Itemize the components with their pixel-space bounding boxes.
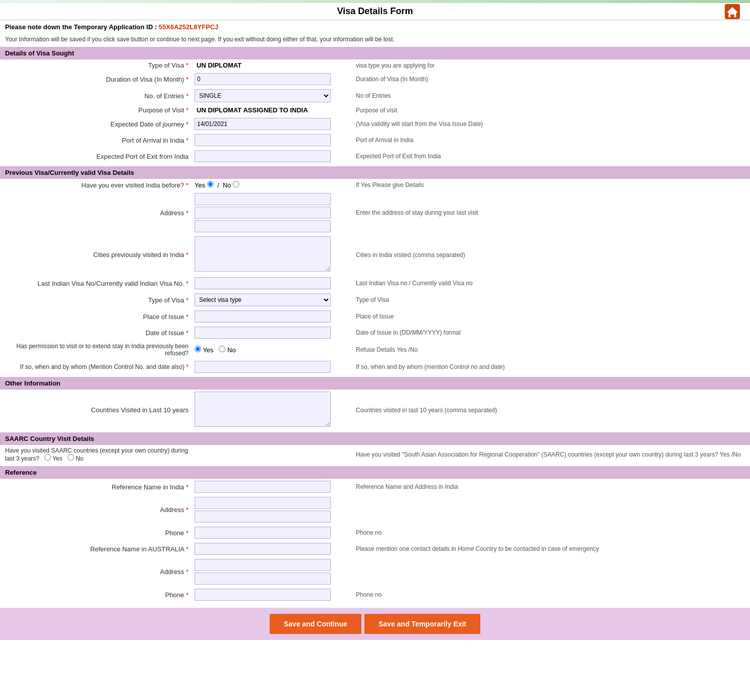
countries-visited-hint: Countries visited in last 10 years (comm…: [353, 390, 750, 430]
table-row: Address *: [0, 495, 750, 525]
expected-date-label: Expected Date of journey *: [0, 116, 192, 132]
table-row: Date of Issue * Date of Issue in (DD/MM/…: [0, 325, 750, 341]
table-row: Last Indian Visa No/Currently valid Indi…: [0, 275, 750, 291]
ref-phone-india-hint: Phone no: [353, 525, 750, 541]
countries-visited-label: Countries Visited in Last 10 years: [0, 390, 192, 430]
required-star: *: [186, 137, 189, 144]
ref-address-australia-hint: [353, 557, 750, 587]
address-input-3[interactable]: [195, 220, 331, 232]
table-row: Reference Name in India * Reference Name…: [0, 479, 750, 495]
visited-hint: If Yes Please give Details: [353, 179, 750, 191]
expected-date-hint: (Visa validity will start from the Visa …: [353, 116, 750, 132]
table-row: Port of Arrival in India * Port of Arriv…: [0, 132, 750, 148]
table-row: Countries Visited in Last 10 years Count…: [0, 390, 750, 430]
date-of-issue-hint: Date of Issue in (DD/MM/YYYY) format: [353, 325, 750, 341]
prev-type-of-visa-select[interactable]: Select visa type TOURIST BUSINESS EMPLOY…: [195, 293, 331, 306]
ref-name-australia-input[interactable]: [195, 543, 331, 555]
save-exit-button[interactable]: Save and Temporarily Exit: [364, 614, 480, 634]
ref-address-australia-label: Address *: [0, 557, 192, 587]
address-label: Address *: [0, 191, 192, 234]
place-of-issue-input-cell: [192, 308, 353, 325]
required-star: *: [186, 209, 189, 217]
address-input-1[interactable]: [195, 193, 331, 205]
last-visa-no-input-cell: [192, 275, 353, 291]
ref-phone-australia-input-cell: [192, 587, 353, 603]
table-row: Has permission to visit or to extend sta…: [0, 341, 750, 359]
ref-address-australia-inputs-cell: [192, 557, 353, 587]
ref-name-india-label: Reference Name in India *: [0, 479, 192, 495]
refused-detail-input[interactable]: [195, 361, 331, 373]
previous-visa-table: Have you ever visited India before? * Ye…: [0, 179, 750, 375]
required-star: *: [186, 591, 189, 599]
section-details-of-visa: Details of Visa Sought: [0, 47, 750, 59]
expected-date-input[interactable]: [195, 118, 331, 130]
ref-name-india-input[interactable]: [195, 481, 331, 493]
duration-hint: Duration of Visa (In Month): [353, 71, 750, 87]
reference-table: Reference Name in India * Reference Name…: [0, 479, 750, 603]
expected-date-input-cell: [192, 116, 353, 132]
countries-visited-textarea[interactable]: [195, 392, 331, 427]
refused-label: Has permission to visit or to extend sta…: [0, 341, 192, 359]
cities-textarea[interactable]: [195, 236, 331, 272]
table-row: Type of Visa * Select visa type TOURIST …: [0, 291, 750, 308]
duration-input[interactable]: [195, 73, 331, 85]
place-of-issue-input[interactable]: [195, 310, 331, 323]
address-input-2[interactable]: [195, 207, 331, 219]
table-row: Have you visited SAARC countries (except…: [0, 445, 750, 464]
place-of-issue-label: Place of Issue *: [0, 308, 192, 325]
countries-visited-textarea-cell: [192, 390, 353, 430]
required-star: *: [186, 92, 189, 100]
ref-address-australia-input-2[interactable]: [195, 572, 331, 585]
saarc-label: Have you visited SAARC countries (except…: [0, 445, 192, 464]
ref-address-india-input-2[interactable]: [195, 511, 331, 523]
table-row: Address *: [0, 557, 750, 587]
refused-yes-radio[interactable]: [195, 346, 201, 352]
address-hint: Enter the address of stay during your la…: [353, 191, 750, 234]
ref-address-australia-input-1[interactable]: [195, 559, 331, 571]
port-arrival-input[interactable]: [195, 134, 331, 146]
required-star: *: [186, 545, 189, 553]
section-reference: Reference: [0, 466, 750, 479]
section-previous-visa: Previous Visa/Currently valid Visa Detai…: [0, 166, 750, 179]
date-of-issue-input[interactable]: [195, 327, 331, 339]
saarc-hint: Have you visited "South Asian Associatio…: [353, 445, 750, 464]
ref-address-india-hint: [353, 495, 750, 525]
type-of-visa-value-cell: UN DIPLOMAT: [192, 59, 353, 71]
place-of-issue-hint: Place of Issue: [353, 308, 750, 325]
port-arrival-input-cell: [192, 132, 353, 148]
table-row: No. of Entries * SINGLE DOUBLE MULTIPLE …: [0, 87, 750, 104]
required-star: *: [186, 181, 189, 189]
port-exit-input-cell: [192, 148, 353, 164]
home-icon[interactable]: [725, 4, 740, 19]
table-row: Purpose of Visit * UN DIPLOMAT ASSIGNED …: [0, 104, 750, 116]
ref-address-india-input-1[interactable]: [195, 497, 331, 509]
prev-type-of-visa-label: Type of Visa *: [0, 291, 192, 308]
page-wrapper: Visa Details Form Please note down the T…: [0, 0, 750, 640]
refused-no-radio[interactable]: [219, 346, 225, 352]
save-continue-button[interactable]: Save and Continue: [270, 614, 361, 634]
visited-no-radio[interactable]: [233, 181, 239, 187]
required-star: *: [186, 568, 189, 576]
ref-phone-australia-input[interactable]: [195, 589, 331, 601]
saarc-no-radio[interactable]: [68, 454, 74, 461]
date-of-issue-label: Date of Issue *: [0, 325, 192, 341]
table-row: Address * Enter the address of stay duri…: [0, 191, 750, 234]
visited-yes-radio[interactable]: [207, 181, 214, 187]
last-visa-no-hint: Last Indian Visa no / Currently valid Vi…: [353, 275, 750, 291]
purpose-hint: Purpose of visit: [353, 104, 750, 116]
type-of-visa-hint: visa type you are applying for: [353, 59, 750, 71]
duration-input-cell: [192, 71, 353, 87]
entries-select[interactable]: SINGLE DOUBLE MULTIPLE: [195, 89, 331, 102]
saarc-yes-radio[interactable]: [44, 454, 51, 461]
ref-name-india-hint: Reference Name and Address in India: [353, 479, 750, 495]
port-exit-label: Expected Port of Exit from India: [0, 148, 192, 164]
table-row: Phone * Phone no: [0, 587, 750, 603]
refused-hint: Refuse Details Yes /No: [353, 341, 750, 359]
temp-id-label: Please note down the Temporary Applicati…: [5, 23, 157, 31]
ref-address-india-inputs-cell: [192, 495, 353, 525]
last-visa-no-input[interactable]: [195, 277, 331, 289]
purpose-label: Purpose of Visit *: [0, 104, 192, 116]
port-exit-input[interactable]: [195, 150, 331, 162]
ref-phone-india-input-cell: [192, 525, 353, 541]
ref-phone-india-input[interactable]: [195, 527, 331, 539]
